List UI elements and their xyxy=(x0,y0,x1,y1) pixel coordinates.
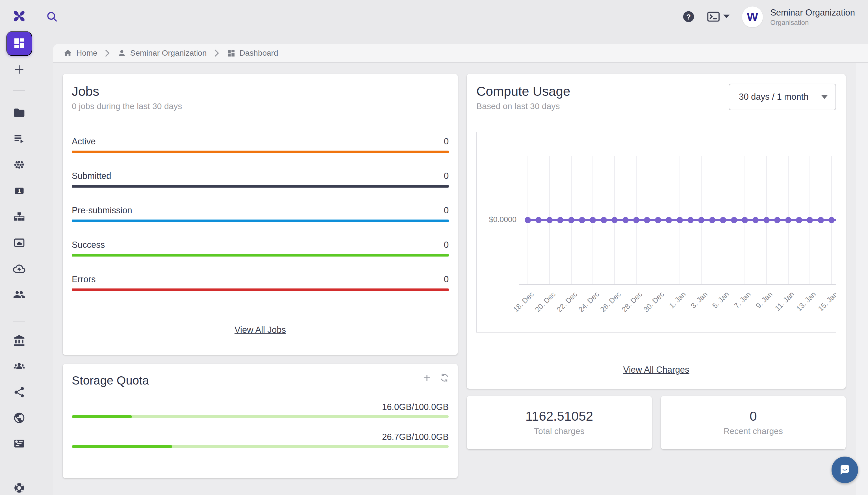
chart-point[interactable] xyxy=(818,217,824,223)
main-area: Home Seminar Organization Dashboard xyxy=(53,44,868,495)
team-icon xyxy=(13,289,25,302)
breadcrumb-label: Seminar Organization xyxy=(130,49,207,58)
chart-point[interactable] xyxy=(677,217,683,223)
chart-point[interactable] xyxy=(568,217,575,223)
chart-point[interactable] xyxy=(666,217,672,223)
chart-point[interactable] xyxy=(752,217,759,223)
sidebar-item-dashboard[interactable] xyxy=(6,31,32,56)
share-icon xyxy=(13,386,25,399)
total-charges-card: 1162.51052 Total charges xyxy=(467,396,652,449)
chart-point[interactable] xyxy=(742,217,748,223)
terminal-menu-button[interactable] xyxy=(707,10,730,24)
breadcrumb-dashboard[interactable]: Dashboard xyxy=(227,49,278,58)
chart-point[interactable] xyxy=(785,217,792,223)
chart-y-tick-label: $0.0000 xyxy=(477,215,516,224)
chevron-right-icon xyxy=(214,49,219,57)
sidebar-item-organization[interactable] xyxy=(13,335,25,348)
chart-point[interactable] xyxy=(709,217,715,223)
sidebar-add-button[interactable] xyxy=(13,63,25,76)
sidebar-item-public[interactable] xyxy=(13,412,25,425)
chart-point[interactable] xyxy=(546,217,553,223)
sidebar-item-upload[interactable] xyxy=(13,262,25,276)
sidebar-item-support[interactable] xyxy=(13,482,25,495)
chat-launcher-button[interactable] xyxy=(832,457,858,483)
jobs-card: Jobs 0 jobs during the last 30 days Acti… xyxy=(63,74,458,355)
sidebar-item-news[interactable] xyxy=(13,437,25,451)
chart-point[interactable] xyxy=(557,217,563,223)
storage-add-button[interactable] xyxy=(422,372,432,384)
job-row-pre-submission: Pre-submission 0 xyxy=(72,205,449,222)
chart-point[interactable] xyxy=(525,217,531,223)
recent-charges-label: Recent charges xyxy=(724,426,783,437)
chart-point[interactable] xyxy=(601,217,607,223)
chart-point[interactable] xyxy=(807,217,813,223)
sidebar-item-hierarchy[interactable] xyxy=(13,210,25,224)
recent-charges-card: 0 Recent charges xyxy=(661,396,846,449)
org-name: Seminar Organization xyxy=(770,7,855,18)
dashboard-grid-icon xyxy=(227,49,236,58)
job-row-active: Active 0 xyxy=(72,136,449,153)
help-button[interactable]: ? xyxy=(682,10,695,24)
sidebar-item-apps[interactable] xyxy=(13,158,25,172)
chart-point[interactable] xyxy=(720,217,726,223)
view-all-charges-link[interactable]: View All Charges xyxy=(476,365,836,375)
job-row-submitted: Submitted 0 xyxy=(72,171,449,188)
chart-point[interactable] xyxy=(644,217,650,223)
job-status-count: 0 xyxy=(444,240,449,250)
sidebar-divider xyxy=(13,469,25,469)
chart-x-axis xyxy=(519,284,836,285)
total-charges-label: Total charges xyxy=(534,426,584,437)
sidebar-item-folder[interactable] xyxy=(13,106,25,120)
job-status-label: Active xyxy=(72,136,96,147)
sidebar-item-card[interactable]: 1 xyxy=(13,185,25,198)
jobs-title: Jobs xyxy=(72,84,449,99)
support-icon xyxy=(13,482,25,495)
chart-point[interactable] xyxy=(535,217,542,223)
chart-point[interactable] xyxy=(829,217,835,223)
storage-refresh-button[interactable] xyxy=(439,372,450,384)
sidebar-item-share[interactable] xyxy=(13,386,25,399)
sidebar-item-runs[interactable] xyxy=(13,133,25,146)
sidebar-item-workspace[interactable] xyxy=(13,237,25,250)
job-row-errors: Errors 0 xyxy=(72,274,449,291)
breadcrumb-organization[interactable]: Seminar Organization xyxy=(117,49,207,58)
sidebar: 1 xyxy=(0,0,38,495)
chart-point[interactable] xyxy=(590,217,596,223)
avatar[interactable]: W xyxy=(742,6,763,28)
job-status-count: 0 xyxy=(444,136,449,147)
chart-point[interactable] xyxy=(796,217,802,223)
stats-row: 1162.51052 Total charges 0 Recent charge… xyxy=(467,396,846,449)
app-logo-icon xyxy=(13,10,26,23)
chart-point[interactable] xyxy=(655,217,661,223)
job-status-bar xyxy=(72,289,449,291)
sitemap-icon xyxy=(13,210,25,224)
job-status-label: Pre-submission xyxy=(72,205,132,216)
chart-point[interactable] xyxy=(698,217,704,223)
chart-point[interactable] xyxy=(764,217,770,223)
breadcrumb-home[interactable]: Home xyxy=(63,49,98,58)
view-all-jobs-link[interactable]: View All Jobs xyxy=(72,325,449,335)
chart-point[interactable] xyxy=(633,217,640,223)
left-column: Jobs 0 jobs during the last 30 days Acti… xyxy=(63,74,458,478)
chart-point[interactable] xyxy=(687,217,694,223)
sidebar-item-members[interactable] xyxy=(13,360,25,374)
chart-point[interactable] xyxy=(611,217,618,223)
recent-charges-value: 0 xyxy=(750,409,757,424)
search-icon xyxy=(46,20,58,24)
storage-meter-fill xyxy=(72,445,172,448)
home-icon xyxy=(63,49,72,58)
screen-cloud-icon xyxy=(13,237,25,250)
chart-point[interactable] xyxy=(731,217,737,223)
right-column: Compute Usage Based on last 30 days 30 d… xyxy=(467,74,846,478)
chart-point[interactable] xyxy=(774,217,780,223)
chat-bubble-icon xyxy=(837,462,852,478)
sidebar-item-team[interactable] xyxy=(13,289,25,302)
storage-meter-fill xyxy=(72,415,132,418)
job-status-bar xyxy=(72,220,449,222)
storage-meter-track xyxy=(72,445,449,448)
search-button[interactable] xyxy=(45,10,59,24)
chart-point[interactable] xyxy=(623,217,629,223)
globe-icon xyxy=(13,412,25,425)
date-range-select[interactable]: 30 days / 1 month xyxy=(729,84,836,110)
chart-point[interactable] xyxy=(579,217,585,223)
